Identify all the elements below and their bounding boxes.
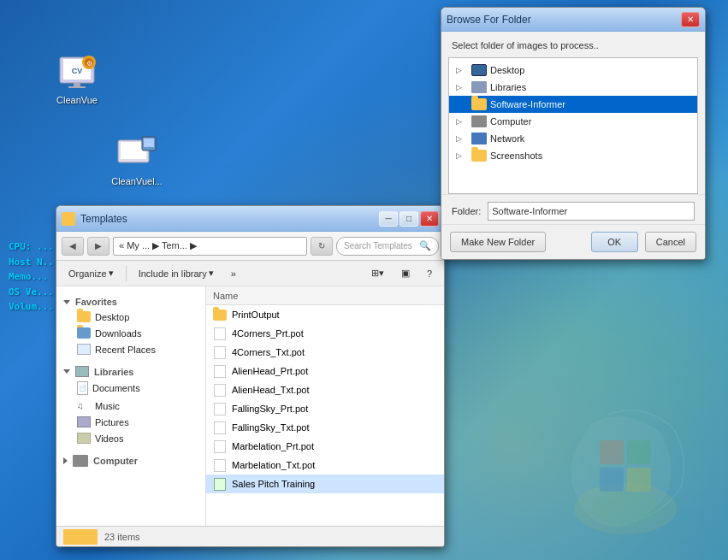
nav-item-recent[interactable]: Recent Places [56, 341, 205, 357]
left-panel: Favorites Desktop Downloads Recent Place… [56, 286, 206, 526]
item-count: 23 items [104, 532, 140, 542]
preview-pane-button[interactable]: ▣ [396, 266, 415, 280]
tree-item-computer[interactable]: ▷ Computer [449, 113, 697, 130]
computer-tree-icon [471, 115, 487, 127]
nav-item-music[interactable]: ♫ Music [56, 398, 205, 414]
computer-nav-icon [73, 455, 88, 467]
desktop-tree-icon [471, 64, 487, 76]
address-path-text: « My ... ▶ Tem... ▶ [119, 240, 197, 251]
file-item-fallingsky-prt[interactable]: FallingSky_Prt.pot [206, 399, 444, 418]
file-item-salespitch[interactable]: Sales Pitch Training [206, 475, 444, 493]
minimize-button[interactable]: ─ [379, 211, 398, 227]
explorer-content: Favorites Desktop Downloads Recent Place… [56, 286, 444, 526]
svg-rect-8 [74, 83, 80, 86]
folder-tree: ▷ Desktop ▷ Libraries Software-Informer [448, 57, 698, 194]
nav-item-downloads[interactable]: Downloads [56, 325, 205, 341]
search-icon: 🔍 [419, 240, 431, 251]
nav-item-documents[interactable]: 📄 Documents [56, 379, 205, 398]
explorer-title: Templates [80, 213, 379, 225]
screenshots-folder-icon [471, 150, 487, 162]
ok-button[interactable]: OK [591, 232, 638, 252]
file-item-alienhead-prt[interactable]: AlienHead_Prt.pot [206, 362, 444, 380]
dialog-titlebar-buttons: ✕ [681, 12, 700, 27]
svg-rect-9 [68, 86, 86, 88]
pot-file-icon-2 [213, 364, 227, 378]
tree-item-desktop[interactable]: ▷ Desktop [449, 62, 697, 79]
nav-item-videos[interactable]: Videos [56, 430, 205, 446]
network-tree-icon [471, 133, 487, 144]
more-options-button[interactable]: » [226, 267, 241, 280]
explorer-titlebar: Templates ─ □ ✕ [56, 206, 444, 232]
file-item-printoutput[interactable]: PrintOutput [206, 305, 444, 324]
sysinfo-mem: Memo... [9, 269, 60, 285]
refresh-button[interactable]: ↻ [311, 237, 333, 256]
dialog-close-button[interactable]: ✕ [681, 12, 700, 27]
status-folder-icon [63, 529, 98, 545]
file-item-4corners-txt[interactable]: 4Corners_Txt.pot [206, 343, 444, 362]
network-expand-icon: ▷ [456, 134, 468, 143]
file-item-alienhead-txt[interactable]: AlienHead_Txt.pot [206, 380, 444, 399]
svg-text:⚙: ⚙ [86, 60, 92, 68]
nav-computer-header[interactable]: Computer [56, 451, 205, 469]
desktop-icon-cleanvue2[interactable]: → CleanVuel... [107, 128, 167, 190]
software-informer-folder-icon [471, 98, 487, 110]
pot-file-icon-8 [213, 477, 227, 491]
tree-item-software-informer[interactable]: Software-Informer [449, 96, 697, 113]
address-path[interactable]: « My ... ▶ Tem... ▶ [113, 237, 307, 256]
explorer-toolbar: Organize ▾ Include in library ▾ » ⊞▾ ▣ ? [56, 261, 444, 286]
file-item-fallingsky-txt[interactable]: FallingSky_Txt.pot [206, 418, 444, 437]
search-placeholder: Search Templates [344, 241, 412, 251]
file-item-marbelation-prt[interactable]: Marbelation_Prt.pot [206, 437, 444, 456]
desktop-icon-cleanvue[interactable]: CV ⚙ CleanVue [47, 47, 107, 109]
sysinfo-cpu: CPU: ... [9, 239, 60, 255]
help-button[interactable]: ? [422, 267, 437, 280]
pot-file-icon-7 [213, 458, 227, 472]
videos-icon [77, 433, 91, 444]
tree-item-libraries[interactable]: ▷ Libraries [449, 79, 697, 96]
favorites-expand-icon [63, 300, 70, 304]
system-info: CPU: ... Host N... Memo... OS Ve... Volu… [9, 239, 60, 315]
view-options-button[interactable]: ⊞▾ [366, 266, 389, 280]
nav-libraries-header[interactable]: Libraries [56, 363, 205, 379]
recent-places-icon [77, 344, 91, 355]
file-item-marbelation-txt[interactable]: Marbelation_Txt.pot [206, 456, 444, 475]
cleanvue-icon: CV ⚙ [56, 50, 98, 91]
cleanvue-label: CleanVue [56, 95, 98, 105]
search-box[interactable]: Search Templates 🔍 [336, 237, 439, 256]
libraries-tree-icon [471, 81, 487, 93]
back-button[interactable]: ◀ [62, 237, 84, 256]
maximize-button[interactable]: □ [400, 211, 418, 227]
make-new-folder-button[interactable]: Make New Folder [450, 232, 546, 252]
sysinfo-host: Host N... [9, 255, 60, 270]
nav-favorites-header[interactable]: Favorites [56, 293, 205, 309]
svg-rect-20 [63, 215, 68, 218]
tree-item-screenshots[interactable]: ▷ Screenshots [449, 147, 697, 164]
pot-file-icon-1 [213, 345, 227, 359]
desktop: CV ⚙ CleanVue → CleanVuel... CPU: ... Ho… [0, 0, 728, 560]
svg-rect-5 [627, 468, 651, 492]
desktop-folder-icon [77, 311, 91, 322]
cleanvue2-label: CleanVuel... [111, 176, 163, 186]
desktop-expand-icon: ▷ [456, 66, 468, 74]
nav-item-desktop[interactable]: Desktop [56, 309, 205, 325]
tree-item-network[interactable]: ▷ Network [449, 130, 697, 147]
cancel-button[interactable]: Cancel [645, 232, 696, 252]
toolbar-separator [126, 266, 127, 281]
svg-rect-19 [63, 217, 72, 223]
nav-item-pictures[interactable]: Pictures [56, 414, 205, 430]
close-button[interactable]: ✕ [420, 211, 439, 227]
explorer-titlebar-icon [62, 212, 75, 226]
explorer-window: Templates ─ □ ✕ ◀ ▶ « My ... ▶ Tem... ▶ … [56, 205, 445, 547]
folder-file-icon [213, 308, 227, 321]
sysinfo-os: OS Ve... [9, 285, 60, 300]
pictures-icon [77, 416, 91, 427]
cleanvue2-icon: → [116, 132, 157, 173]
svg-text:→: → [146, 141, 152, 147]
pot-file-icon-5 [213, 421, 227, 434]
file-item-4corners-prt[interactable]: 4Corners_Prt.pot [206, 324, 444, 343]
forward-button[interactable]: ▶ [87, 237, 109, 256]
pot-file-icon-3 [213, 383, 227, 397]
folder-label: Folder: [452, 206, 481, 216]
include-library-button[interactable]: Include in library ▾ [133, 266, 219, 280]
organize-button[interactable]: Organize ▾ [63, 266, 119, 280]
